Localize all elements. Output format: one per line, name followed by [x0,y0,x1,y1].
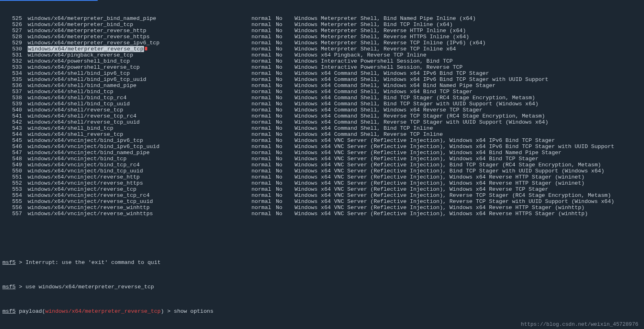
payload-check: No [276,64,295,70]
payload-description: Windows Meterpreter Shell, Reverse HTTP … [295,28,642,34]
payload-description: Windows x64 Command Shell, Reverse TCP S… [295,113,642,119]
payload-check: No [276,83,295,89]
progress-bar [0,0,98,1]
payload-description: Windows Meterpreter Shell, Reverse TCP I… [295,40,642,46]
payload-rank: normal [251,101,276,107]
payload-description: Windows x64 Command Shell, Windows x64 B… [295,89,642,95]
payload-row: 549windows/x64/vncinject/bind_tcp_rc4nor… [2,162,642,168]
payload-check: No [276,156,295,162]
payload-row: 530windows/x64/meterpreter_reverse_tcpno… [2,46,642,52]
payload-name: windows/x64/vncinject/reverse_winhttps [28,211,251,217]
payload-list: 525windows/x64/meterpreter_bind_named_pi… [2,15,642,217]
payload-name: windows/x64/shell/bind_ipv6_tcp [28,70,251,76]
payload-number: 556 [2,205,28,211]
payload-check: No [276,70,295,76]
payload-name: windows/x64/vncinject/bind_ipv6_tcp [28,137,251,144]
payload-rank: normal [251,34,276,40]
payload-number: 554 [2,192,28,198]
selection-cursor-icon [145,47,147,50]
payload-description: Windows x64 Command Shell, Bind TCP Stag… [295,101,642,107]
payload-name: windows/x64/vncinject/bind_tcp [28,156,251,162]
payload-name: windows/x64/shell/reverse_tcp_rc4 [28,113,251,119]
payload-check: No [276,137,295,144]
payload-row: 542windows/x64/shell/reverse_tcp_uuidnor… [2,119,642,125]
payload-number: 538 [2,95,28,101]
prompt-text: > Interrupt: use the 'exit' command to q… [15,259,160,266]
payload-name: windows/x64/vncinject/reverse_tcp_uuid [28,198,251,205]
payload-description: Windows x64 Command Shell, Windows x64 I… [295,76,642,83]
payload-row: 551windows/x64/vncinject/reverse_httpnor… [2,174,642,180]
payload-check: No [276,58,295,64]
payload-rank: normal [251,180,276,186]
payload-number: 542 [2,119,28,125]
payload-description: Windows x64 VNC Server (Reflective Injec… [295,144,642,150]
payload-description: Windows x64 VNC Server (Reflective Injec… [295,150,642,156]
payload-row: 529windows/x64/meterpreter_reverse_ipv6_… [2,40,642,46]
payload-name: windows/x64/vncinject/reverse_tcp [28,186,251,192]
payload-description: Windows x64 Command Shell, Bind TCP Stag… [295,95,642,101]
payload-number: 543 [2,125,28,131]
payload-name: windows/x64/vncinject/reverse_tcp_rc4 [28,192,251,198]
payload-rank: normal [251,107,276,113]
payload-name: windows/x64/shell/reverse_tcp [28,107,251,113]
payload-description: Windows x64 VNC Server (Reflective Injec… [295,192,642,198]
payload-row: 554windows/x64/vncinject/reverse_tcp_rc4… [2,192,642,198]
payload-number: 553 [2,186,28,192]
payload-name: windows/x64/shell/bind_tcp_uuid [28,101,251,107]
payload-description: Windows x64 Pingback, Reverse TCP Inline [295,52,642,58]
payload-rank: normal [251,64,276,70]
payload-rank: normal [251,83,276,89]
payload-check: No [276,211,295,217]
payload-row: 552windows/x64/vncinject/reverse_httpsno… [2,180,642,186]
payload-rank: normal [251,70,276,76]
payload-rank: normal [251,192,276,198]
payload-row: 528windows/x64/meterpreter_reverse_https… [2,34,642,40]
payload-number: 545 [2,137,28,144]
payload-rank: normal [251,76,276,83]
payload-number: 540 [2,107,28,113]
payload-check: No [276,34,295,40]
payload-name: windows/x64/powershell_bind_tcp [28,58,251,64]
payload-check: No [276,125,295,131]
payload-number: 547 [2,150,28,156]
payload-description: Windows x64 VNC Server (Reflective Injec… [295,156,642,162]
payload-description: Windows x64 VNC Server (Reflective Injec… [295,168,642,174]
payload-row: 547windows/x64/vncinject/bind_named_pipe… [2,150,642,156]
payload-description: Windows x64 Command Shell, Windows x64 B… [295,83,642,89]
payload-row: 557windows/x64/vncinject/reverse_winhttp… [2,211,642,217]
payload-rank: normal [251,58,276,64]
payload-row: 553windows/x64/vncinject/reverse_tcpnorm… [2,186,642,192]
payload-check: No [276,28,295,34]
payload-number: 534 [2,70,28,76]
payload-name: windows/x64/shell/reverse_tcp_uuid [28,119,251,125]
prompt-label: msf5 [2,259,15,266]
payload-rank: normal [251,89,276,95]
payload-rank: normal [251,22,276,28]
payload-row: 545windows/x64/vncinject/bind_ipv6_tcpno… [2,137,642,144]
payload-row: 536windows/x64/shell/bind_named_pipenorm… [2,83,642,89]
terminal-output[interactable]: 525windows/x64/meterpreter_bind_named_pi… [0,0,644,329]
payload-name: windows/x64/shell_bind_tcp [28,125,251,131]
payload-number: 525 [2,15,28,22]
payload-name: windows/x64/vncinject/bind_ipv6_tcp_uuid [28,144,251,150]
payload-rank: normal [251,113,276,119]
payload-rank: normal [251,119,276,125]
payload-row: 556windows/x64/vncinject/reverse_winhttp… [2,205,642,211]
payload-name: windows/x64/vncinject/reverse_http [28,174,251,180]
payload-name: windows/x64/shell/bind_tcp_rc4 [28,95,251,101]
payload-row: 531windows/x64/pingback_reverse_tcpnorma… [2,52,642,58]
prompt-label: msf5 [2,308,15,314]
payload-name: windows/x64/vncinject/bind_tcp_rc4 [28,162,251,168]
payload-number: 544 [2,131,28,137]
payload-number: 532 [2,58,28,64]
payload-description: Windows Meterpreter Shell, Bind TCP Inli… [295,22,642,28]
payload-number: 539 [2,101,28,107]
payload-rank: normal [251,28,276,34]
prompt-line-interrupt: msf5 > Interrupt: use the 'exit' command… [2,259,642,266]
payload-check: No [276,113,295,119]
payload-name: windows/x64/meterpreter_bind_tcp [28,22,251,28]
payload-name: windows/x64/vncinject/bind_tcp_uuid [28,168,251,174]
payload-rank: normal [251,150,276,156]
payload-rank: normal [251,186,276,192]
payload-number: 550 [2,168,28,174]
